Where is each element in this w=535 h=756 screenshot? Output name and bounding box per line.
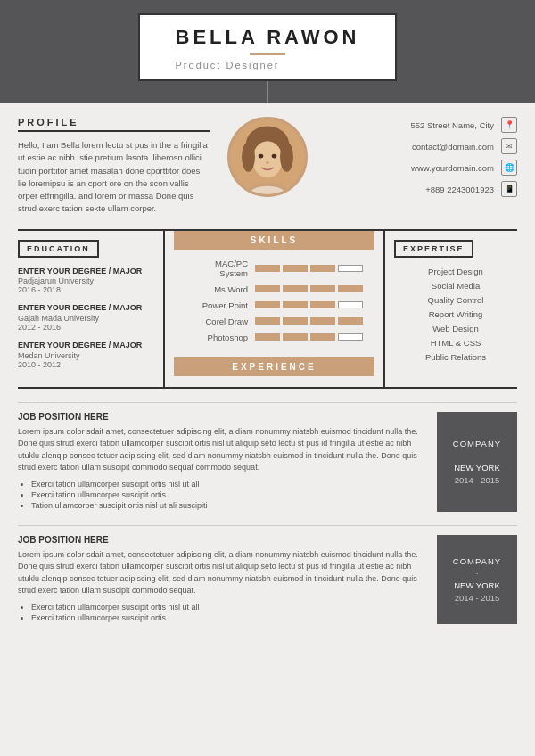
- contact-email: contact@domain.com ✉: [325, 138, 517, 154]
- expertise-column: EXPERTISE Project DesignSocial MediaQual…: [383, 231, 517, 387]
- middle-section: EDUCATION ENTER YOUR DEGREE / MAJOR Padj…: [18, 229, 517, 389]
- expertise-list: Project DesignSocial MediaQuality Contro…: [394, 267, 517, 362]
- job-bullet-0-0: Exerci tation ullamcorper suscipit ortis…: [31, 480, 424, 489]
- education-heading: EDUCATION: [18, 240, 99, 258]
- expertise-item-1: Social Media: [394, 281, 517, 291]
- skill-bar-3-1: [283, 317, 308, 325]
- skill-row-3: Corel Draw: [185, 316, 363, 326]
- skill-bars-4: [255, 333, 363, 341]
- skill-bar-2-3: [338, 301, 363, 308]
- edu-degree-3: ENTER YOUR DEGREE / MAJOR: [18, 341, 154, 351]
- profile-photo: [227, 117, 308, 197]
- contact-phone: +889 2243001923 📱: [325, 181, 517, 197]
- website-text: www.yourdomain.com: [411, 163, 494, 173]
- job-company-0: COMPANY: [453, 439, 501, 448]
- expertise-item-4: Web Design: [394, 324, 517, 333]
- skill-bar-3-2: [310, 317, 335, 325]
- skill-bar-3-3: [338, 317, 363, 325]
- expertise-item-3: Report Writing: [394, 309, 517, 319]
- name-divider: [250, 53, 285, 55]
- svg-point-4: [280, 142, 293, 172]
- header-connector: [267, 81, 268, 103]
- skill-bar-1-1: [283, 285, 308, 292]
- job-period-0: 2014 - 2015: [455, 475, 500, 485]
- skill-row-4: Photoshop: [185, 333, 363, 342]
- edu-years-2: 2012 - 2016: [18, 323, 154, 332]
- skill-row-0: MAC/PC System: [185, 259, 363, 278]
- job-title: Product Designer: [176, 60, 360, 70]
- edu-years-3: 2010 - 2012: [18, 360, 154, 369]
- full-name: BELLA RAWON: [176, 26, 360, 49]
- job-location-1: NEW YORK: [454, 580, 500, 590]
- svg-point-3: [242, 142, 255, 172]
- job-company-1: COMPANY: [453, 556, 501, 566]
- skill-bar-0-1: [283, 265, 308, 272]
- edu-years-1: 2016 - 2018: [18, 285, 154, 294]
- job-sidebar-1: COMPANY-NEW YORK2014 - 2015: [437, 535, 517, 624]
- svg-point-7: [266, 161, 269, 164]
- globe-icon: 🌐: [501, 160, 517, 176]
- skill-bars-3: [255, 317, 363, 325]
- expertise-item-2: Quality Control: [394, 295, 517, 305]
- skill-bar-1-2: [310, 285, 335, 292]
- edu-entry-3: ENTER YOUR DEGREE / MAJOR Medan Universi…: [18, 341, 154, 369]
- skill-bars-1: [255, 285, 363, 292]
- skills-heading: SKILLS: [174, 231, 374, 250]
- skill-bar-1-0: [255, 285, 280, 292]
- job-bullet-0-1: Exerci tation ullamcorper suscipit ortis: [31, 490, 424, 499]
- job-description-0: Lorem ipsum dolor sdait amet, consectetu…: [18, 426, 424, 474]
- skill-label-2: Power Point: [185, 300, 248, 310]
- job-bullets-1: Exerci tation ullamcorper suscipit ortis…: [18, 603, 424, 622]
- expertise-item-6: Public Relations: [394, 352, 517, 362]
- job-position-1: JOB POSITION HERE: [18, 535, 424, 545]
- job-entry-0: JOB POSITION HERELorem ipsum dolor sdait…: [18, 402, 517, 512]
- edu-university-3: Medan University: [18, 351, 154, 360]
- skill-bar-0-0: [255, 265, 280, 272]
- profile-column: PROFILE Hello, I am Bella lorem lectu st…: [18, 117, 218, 216]
- skill-label-3: Corel Draw: [185, 316, 248, 326]
- skill-label-4: Photoshop: [185, 333, 248, 342]
- experience-heading: EXPERIENCE: [174, 357, 374, 376]
- education-entries: ENTER YOUR DEGREE / MAJOR Padjajarun Uni…: [18, 267, 154, 369]
- education-column: EDUCATION ENTER YOUR DEGREE / MAJOR Padj…: [18, 231, 165, 387]
- address-text: 552 Street Name, City: [411, 120, 494, 130]
- skill-row-2: Power Point: [185, 300, 363, 310]
- profile-text: Hello, I am Bella lorem lectu st pus in …: [18, 139, 210, 216]
- skill-bar-4-0: [255, 333, 280, 341]
- job-bullet-0-2: Tation ullamcorper suscipit ortis nisl u…: [31, 501, 424, 510]
- photo-column: [218, 117, 317, 197]
- phone-icon: 📱: [501, 181, 517, 197]
- skill-row-1: Ms Word: [185, 284, 363, 294]
- skills-list: MAC/PC SystemMs WordPower PointCorel Dra…: [185, 259, 363, 349]
- skill-bars-2: [255, 301, 363, 308]
- job-main-1: JOB POSITION HERELorem ipsum dolor sdait…: [18, 535, 437, 624]
- edu-entry-2: ENTER YOUR DEGREE / MAJOR Gajah Mada Uni…: [18, 303, 154, 332]
- skill-bar-2-0: [255, 301, 280, 308]
- svg-point-2: [252, 141, 283, 177]
- expertise-item-5: HTML & CSS: [394, 338, 517, 348]
- skill-bar-0-2: [310, 265, 335, 272]
- skill-bar-0-3: [338, 265, 363, 272]
- email-icon: ✉: [501, 138, 517, 154]
- job-main-0: JOB POSITION HERELorem ipsum dolor sdait…: [18, 412, 437, 512]
- expertise-heading: EXPERTISE: [394, 240, 473, 258]
- email-text: contact@domain.com: [412, 142, 494, 152]
- skill-bar-3-0: [255, 317, 280, 325]
- skill-bar-1-3: [338, 285, 363, 292]
- job-bullets-0: Exerci tation ullamcorper suscipit ortis…: [18, 480, 424, 510]
- contact-column: 552 Street Name, City 📍 contact@domain.c…: [317, 117, 517, 202]
- job-entry-1: JOB POSITION HERELorem ipsum dolor sdait…: [18, 525, 517, 624]
- skill-bar-4-1: [283, 333, 308, 341]
- job-dash-1: -: [476, 569, 479, 578]
- jobs-list: JOB POSITION HERELorem ipsum dolor sdait…: [18, 402, 517, 624]
- phone-text: +889 2243001923: [425, 185, 494, 194]
- job-description-1: Lorem ipsum dolor sdait amet, consectetu…: [18, 549, 424, 597]
- edu-entry-1: ENTER YOUR DEGREE / MAJOR Padjajarun Uni…: [18, 267, 154, 295]
- top-section: PROFILE Hello, I am Bella lorem lectu st…: [18, 103, 517, 220]
- skill-label-1: Ms Word: [185, 284, 248, 294]
- contact-website: www.yourdomain.com 🌐: [325, 160, 517, 176]
- location-icon: 📍: [501, 117, 517, 133]
- job-dash-0: -: [476, 451, 479, 460]
- job-bullet-1-0: Exerci tation ullamcorper suscipit ortis…: [31, 603, 424, 612]
- job-position-0: JOB POSITION HERE: [18, 412, 424, 422]
